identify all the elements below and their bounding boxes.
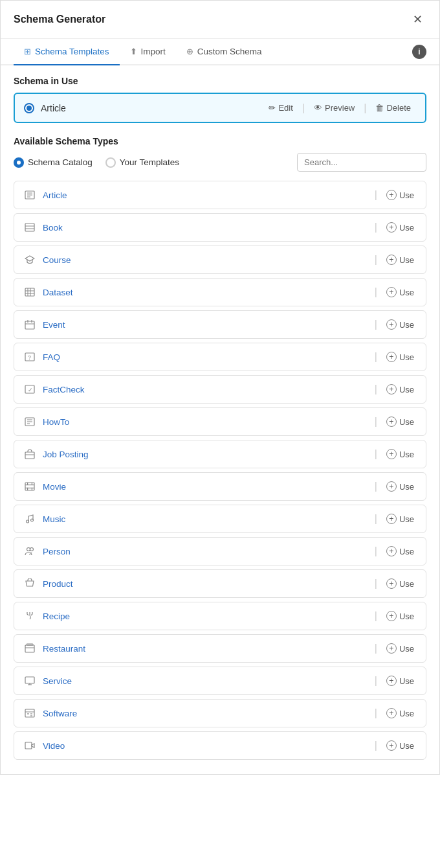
- use-circle-icon: +: [386, 514, 397, 524]
- svg-point-35: [31, 519, 34, 521]
- item-divider: |: [375, 416, 377, 428]
- svg-point-34: [27, 520, 29, 523]
- list-item[interactable]: Person|+Use: [14, 537, 426, 565]
- list-item[interactable]: Article|+Use: [14, 181, 426, 209]
- info-button[interactable]: i: [412, 45, 426, 59]
- svg-rect-32: [27, 488, 28, 490]
- use-button[interactable]: +Use: [384, 512, 417, 525]
- schema-type-name: HowTo: [43, 417, 375, 427]
- use-button[interactable]: +Use: [384, 577, 417, 590]
- item-divider: |: [375, 481, 377, 492]
- svg-rect-49: [25, 742, 32, 749]
- item-divider: |: [375, 351, 377, 363]
- item-divider: |: [375, 254, 377, 266]
- action-divider-1: |: [302, 102, 305, 114]
- tab-schema-templates[interactable]: ⊞ Schema Templates: [14, 39, 120, 65]
- tab-bar: ⊞ Schema Templates ⬆ Import ⊕ Custom Sch…: [1, 39, 439, 65]
- schema-type-name: Software: [43, 709, 375, 718]
- use-circle-icon: +: [386, 384, 397, 394]
- use-button[interactable]: +Use: [384, 739, 417, 752]
- list-item[interactable]: Recipe|+Use: [14, 602, 426, 630]
- list-item[interactable]: Movie|+Use: [14, 472, 426, 501]
- item-divider: |: [375, 448, 377, 460]
- preview-button[interactable]: 👁 Preview: [309, 100, 360, 115]
- use-button[interactable]: +Use: [384, 674, 417, 687]
- use-button[interactable]: +Use: [384, 610, 417, 622]
- use-circle-icon: +: [386, 676, 397, 686]
- list-item[interactable]: ✓FactCheck|+Use: [14, 375, 426, 404]
- edit-button[interactable]: ✏ Edit: [263, 100, 298, 115]
- list-item[interactable]: Product|+Use: [14, 569, 426, 598]
- tab-import[interactable]: ⬆ Import: [120, 39, 176, 65]
- use-button[interactable]: +Use: [384, 350, 417, 363]
- schema-type-icon: [23, 480, 36, 493]
- list-item[interactable]: Job Posting|+Use: [14, 440, 426, 468]
- schema-actions: ✏ Edit | 👁 Preview | 🗑 Delete: [263, 100, 416, 115]
- schema-type-name: Event: [43, 320, 375, 330]
- use-button[interactable]: +Use: [384, 286, 417, 299]
- use-label: Use: [399, 644, 414, 654]
- list-item[interactable]: HowTo|+Use: [14, 407, 426, 436]
- use-label: Use: [399, 741, 414, 751]
- use-button[interactable]: +Use: [384, 318, 417, 331]
- item-divider: |: [375, 319, 377, 330]
- item-divider: |: [375, 286, 377, 298]
- list-item[interactable]: Dataset|+Use: [14, 278, 426, 306]
- use-label: Use: [399, 482, 414, 492]
- close-button[interactable]: ✕: [409, 11, 426, 28]
- use-button[interactable]: +Use: [384, 642, 417, 655]
- svg-text:?: ?: [28, 354, 31, 361]
- use-label: Use: [399, 579, 414, 589]
- use-button[interactable]: +Use: [384, 188, 417, 201]
- schema-in-use-radio: [24, 103, 34, 113]
- schema-type-icon: [23, 286, 36, 299]
- use-button[interactable]: +Use: [384, 253, 417, 266]
- use-circle-icon: +: [386, 546, 397, 556]
- delete-button[interactable]: 🗑 Delete: [370, 100, 416, 115]
- schema-type-icon: [23, 674, 36, 687]
- search-input[interactable]: [297, 153, 426, 172]
- schema-type-name: Music: [43, 514, 375, 524]
- item-divider: |: [375, 643, 377, 654]
- schema-type-icon: [23, 739, 36, 752]
- list-item[interactable]: Service|+Use: [14, 667, 426, 695]
- schema-type-name: Restaurant: [43, 644, 375, 654]
- list-item[interactable]: Event|+Use: [14, 310, 426, 339]
- schema-type-icon: [23, 253, 36, 266]
- use-circle-icon: +: [386, 578, 397, 589]
- tab-custom-schema[interactable]: ⊕ Custom Schema: [176, 39, 272, 65]
- catalog-radio[interactable]: [14, 157, 24, 168]
- use-label: Use: [399, 417, 414, 427]
- item-divider: |: [375, 513, 377, 525]
- schema-list: Article|+UseBook|+UseCourse|+UseDataset|…: [14, 181, 426, 764]
- schema-type-icon: [23, 642, 36, 655]
- list-item[interactable]: Music|+Use: [14, 505, 426, 533]
- list-item[interactable]: Course|+Use: [14, 246, 426, 274]
- list-item[interactable]: Software|+Use: [14, 699, 426, 727]
- filter-catalog-option[interactable]: Schema Catalog: [14, 157, 93, 168]
- filter-templates-option[interactable]: Your Templates: [105, 157, 179, 168]
- schema-in-use-card: Article ✏ Edit | 👁 Preview | 🗑 Delete: [14, 93, 426, 123]
- use-button[interactable]: +Use: [384, 221, 417, 234]
- list-item[interactable]: Book|+Use: [14, 213, 426, 242]
- use-button[interactable]: +Use: [384, 415, 417, 428]
- svg-rect-13: [25, 321, 34, 329]
- use-button[interactable]: +Use: [384, 707, 417, 720]
- use-button[interactable]: +Use: [384, 448, 417, 461]
- use-label: Use: [399, 547, 414, 556]
- templates-radio[interactable]: [105, 157, 116, 168]
- list-item[interactable]: Video|+Use: [14, 731, 426, 760]
- main-content: Schema in Use Article ✏ Edit | 👁 Preview…: [1, 65, 439, 774]
- use-label: Use: [399, 190, 414, 200]
- item-divider: |: [375, 610, 377, 622]
- use-button[interactable]: +Use: [384, 480, 417, 493]
- schema-type-icon: [23, 448, 36, 461]
- svg-rect-38: [25, 645, 34, 652]
- schema-generator-window: Schema Generator ✕ ⊞ Schema Templates ⬆ …: [0, 0, 440, 775]
- use-button[interactable]: +Use: [384, 545, 417, 558]
- use-circle-icon: +: [386, 255, 397, 265]
- list-item[interactable]: Restaurant|+Use: [14, 634, 426, 663]
- use-button[interactable]: +Use: [384, 383, 417, 396]
- svg-rect-28: [25, 485, 34, 485]
- list-item[interactable]: ?FAQ|+Use: [14, 343, 426, 371]
